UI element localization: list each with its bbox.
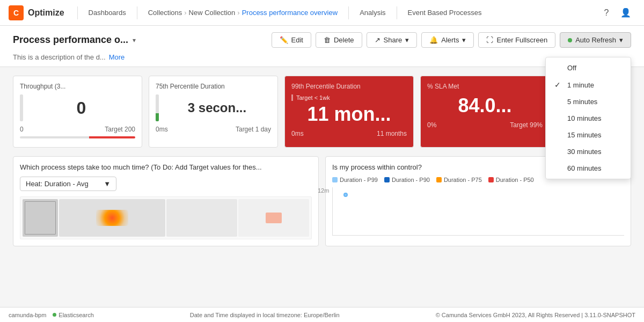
auto-refresh-button[interactable]: Auto Refresh ▾ [560, 32, 631, 48]
collection-link[interactable]: New Collection [189, 9, 236, 17]
75th-value: 3 secon... [163, 100, 271, 115]
nav-dashboards[interactable]: Dashboards [82, 0, 133, 26]
metric-card-sla: % SLA Met 84.0... 0% Target 99% [420, 76, 550, 148]
chart-y-label: 12m [318, 187, 329, 194]
heatmap-cell-2 [59, 199, 165, 237]
refresh-option-1min[interactable]: ✓ 1 minute [546, 76, 631, 93]
metric-value-sla: 84.0... [427, 94, 543, 117]
refresh-option-10min[interactable]: 10 minutes [546, 110, 631, 127]
metric-title-75th: 75th Percentile Duration [156, 83, 271, 90]
nav-separator2 [137, 6, 137, 19]
legend-p75: Duration - P75 [436, 177, 482, 183]
nav-separator3 [348, 6, 349, 19]
app-logo[interactable]: C Optimize [9, 5, 64, 20]
throughput-value: 0 [27, 98, 135, 118]
nav-separator4 [397, 6, 397, 19]
share-chevron-icon: ▾ [405, 36, 409, 44]
app-name: Optimize [28, 8, 64, 18]
nav-event-based[interactable]: Event Based Processes [401, 0, 488, 26]
heatmap-cells [20, 197, 311, 239]
heatmap-cell-4 [238, 199, 309, 237]
breadcrumb-sep1: › [184, 9, 186, 17]
refresh-option-60min[interactable]: 60 minutes [546, 160, 631, 177]
75th-bar [156, 94, 159, 121]
more-link[interactable]: More [109, 53, 125, 61]
footer: camunda-bpm Elasticsearch Date and Time … [0, 307, 644, 309]
heatmap-hotspot-2 [266, 213, 282, 223]
throughput-bar [20, 94, 23, 121]
heatmap-card: Which process steps take too much time? … [13, 156, 319, 246]
auto-refresh-wrapper: Auto Refresh ▾ Off ✓ 1 minute 5 mi [560, 32, 631, 48]
page-title-row: Process performance o... ▾ [13, 34, 136, 46]
heat-select-chevron-icon: ▼ [104, 180, 111, 188]
alerts-icon: 🔔 [429, 36, 438, 44]
fullscreen-button[interactable]: ⛶ Enter Fullscreen [478, 32, 555, 48]
metric-cards-row: Throughput (3... 0 0 Target 200 75th Per… [13, 76, 631, 148]
edit-button[interactable]: ✏️ Edit [272, 32, 311, 48]
heat-select[interactable]: Heat: Duration - Avg ▼ [20, 177, 116, 191]
top-navigation: C Optimize Dashboards Collections › New … [0, 0, 644, 26]
nav-separator [77, 6, 78, 19]
legend-p99: Duration - P99 [332, 177, 378, 183]
alerts-button[interactable]: 🔔 Alerts ▾ [421, 32, 474, 48]
75th-range: 0ms Target 1 day [156, 126, 271, 133]
delete-icon: 🗑 [324, 36, 331, 44]
alerts-chevron-icon: ▾ [462, 36, 466, 44]
metric-value-99th: 11 mon... [291, 103, 407, 126]
edit-icon: ✏️ [280, 36, 288, 44]
breadcrumb-sep2: › [237, 9, 239, 17]
title-chevron-icon[interactable]: ▾ [133, 36, 136, 44]
metric-card-99th: 99th Percentile Duration Target < 1wk 11… [284, 76, 414, 148]
page-title: Process performance o... [13, 34, 128, 46]
metric-value-75th: 3 secon... [156, 94, 271, 121]
75th-bar-fill [156, 113, 159, 121]
heatmap-cell-inner [25, 201, 56, 235]
collections-link[interactable]: Collections [148, 9, 182, 17]
chart-data-point [343, 193, 348, 197]
page-header: Process performance o... ▾ ✏️ Edit 🗑 Del… [0, 26, 644, 67]
heatmap-visual [20, 196, 312, 239]
auto-refresh-status-dot [568, 38, 572, 42]
user-icon: 👤 [620, 8, 631, 18]
refresh-option-30min[interactable]: 30 minutes [546, 143, 631, 160]
heatmap-col1 [23, 199, 58, 237]
delete-button[interactable]: 🗑 Delete [316, 32, 362, 48]
refresh-option-15min[interactable]: 15 minutes [546, 127, 631, 143]
throughput-target-bar [20, 136, 135, 138]
metric-card-75th: 75th Percentile Duration 3 secon... 0ms … [149, 76, 278, 148]
heatmap-cell-3 [166, 199, 237, 237]
legend-dot-p75 [436, 177, 442, 182]
page-description: This is a description of the d... More [13, 53, 631, 67]
sla-range: 0% Target 99% [427, 121, 543, 129]
legend-p50: Duration - P50 [488, 177, 534, 183]
target-note-99th: Target < 1wk [291, 94, 407, 101]
heatmap-cell [23, 199, 58, 237]
99th-range: 0ms 11 months [291, 130, 407, 137]
nav-collections-breadcrumb[interactable]: Collections › New Collection › Process p… [142, 9, 344, 17]
help-icon: ? [604, 8, 609, 18]
refresh-option-5min[interactable]: 5 minutes [546, 93, 631, 110]
bottom-section: Which process steps take too much time? … [13, 156, 631, 246]
help-button[interactable]: ? [597, 3, 616, 23]
logo-icon: C [9, 5, 24, 20]
metric-value-throughput: 0 [20, 94, 135, 121]
share-button[interactable]: ↗ Share ▾ [367, 32, 418, 48]
throughput-range: 0 Target 200 [20, 126, 135, 133]
legend-p90: Duration - P90 [384, 177, 430, 183]
heatmap-col2 [59, 199, 165, 237]
refresh-option-off[interactable]: Off [546, 60, 631, 76]
legend-dot-p99 [332, 177, 338, 182]
share-icon: ↗ [375, 36, 380, 44]
metric-title-99th: 99th Percentile Duration [291, 83, 407, 90]
nav-analysis[interactable]: Analysis [353, 0, 392, 26]
fullscreen-icon: ⛶ [486, 36, 493, 44]
check-icon-1min: ✓ [554, 80, 563, 89]
current-page: Process performance overview [242, 9, 338, 17]
legend-dot-p90 [384, 177, 390, 182]
sla-value: 84.0... [427, 94, 543, 117]
page-header-top: Process performance o... ▾ ✏️ Edit 🗑 Del… [13, 32, 631, 48]
user-button[interactable]: 👤 [616, 3, 635, 23]
99th-value: 11 mon... [291, 103, 407, 126]
chart-area: 12m [332, 187, 624, 236]
metric-card-throughput: Throughput (3... 0 0 Target 200 [13, 76, 142, 148]
